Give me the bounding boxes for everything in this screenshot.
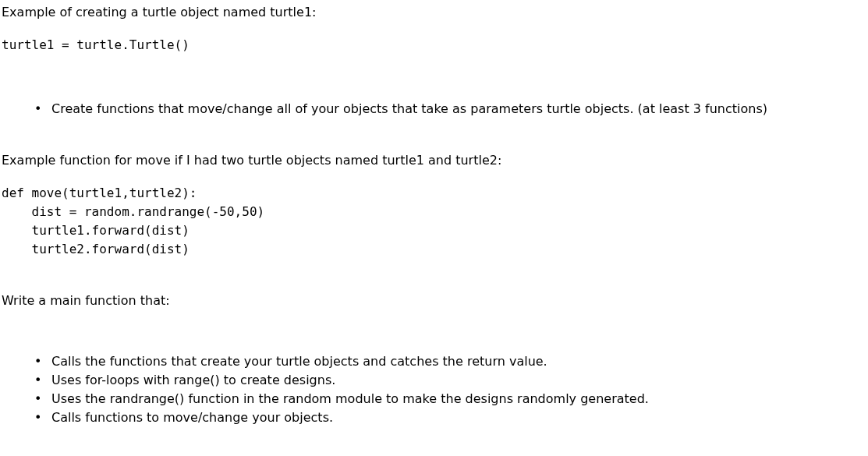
example-intro-1: Example of creating a turtle object name… [2, 3, 866, 22]
bullet-list-2: Calls the functions that create your tur… [2, 352, 866, 427]
list-item: Uses for-loops with range() to create de… [2, 371, 866, 390]
list-item: Uses the randrange() function in the ran… [2, 390, 866, 408]
code-turtle-create: turtle1 = turtle.Turtle() [2, 36, 866, 55]
list-item: Create functions that move/change all of… [2, 100, 866, 118]
main-function-intro: Write a main function that: [2, 292, 866, 310]
code-move-function: def move(turtle1,turtle2): dist = random… [2, 184, 866, 259]
bullet-list-1: Create functions that move/change all of… [2, 100, 866, 118]
list-item: Calls the functions that create your tur… [2, 352, 866, 371]
example-intro-2: Example function for move if I had two t… [2, 151, 866, 170]
list-item: Calls functions to move/change your obje… [2, 408, 866, 427]
